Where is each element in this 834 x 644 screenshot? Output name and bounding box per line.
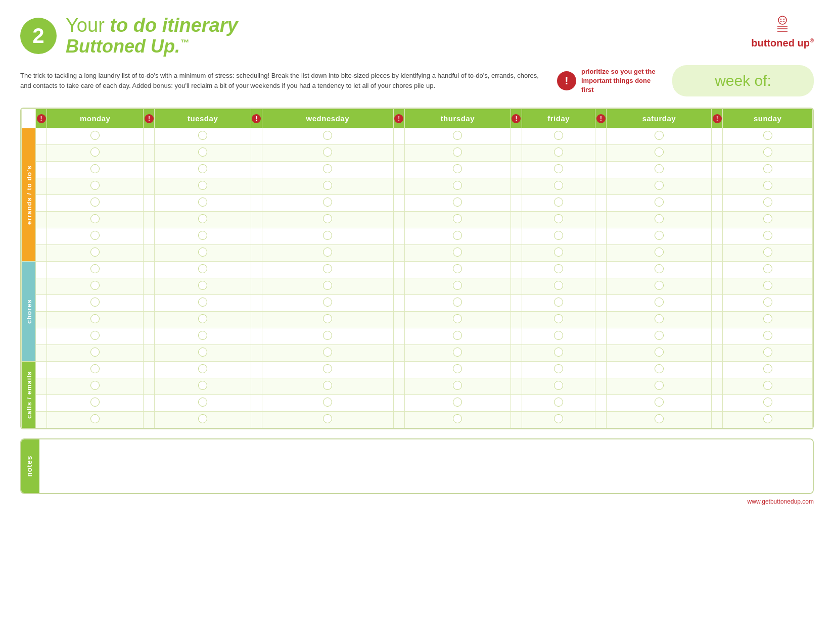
excl-cell-errands-r7-d6[interactable] (712, 245, 723, 262)
checkbox-circle[interactable] (198, 348, 207, 357)
checkbox-circle[interactable] (323, 147, 332, 157)
data-cell-chores-r2-d4[interactable] (522, 295, 595, 312)
data-cell-chores-r3-d3[interactable] (404, 312, 511, 328)
checkbox-circle[interactable] (763, 314, 772, 323)
checkbox-circle[interactable] (763, 414, 772, 423)
data-cell-calls-r0-d1[interactable] (155, 362, 251, 378)
checkbox-circle[interactable] (655, 164, 664, 173)
checkbox-circle[interactable] (198, 214, 207, 223)
data-cell-chores-r5-d5[interactable] (607, 345, 712, 362)
checkbox-circle[interactable] (323, 164, 332, 173)
excl-cell-chores-r5-d3[interactable] (393, 345, 404, 362)
excl-cell-calls-r0-d4[interactable] (511, 362, 522, 378)
excl-cell-calls-r1-d5[interactable] (595, 378, 607, 395)
checkbox-circle[interactable] (323, 181, 332, 190)
data-cell-calls-r0-d2[interactable] (262, 362, 393, 378)
excl-cell-chores-r5-d4[interactable] (511, 345, 522, 362)
checkbox-circle[interactable] (453, 381, 462, 390)
checkbox-circle[interactable] (554, 197, 563, 207)
excl-cell-calls-r2-d0[interactable] (36, 395, 47, 412)
checkbox-circle[interactable] (90, 247, 100, 257)
data-cell-errands-r3-d3[interactable] (404, 178, 511, 195)
data-cell-errands-r0-d6[interactable] (723, 128, 813, 145)
checkbox-circle[interactable] (90, 231, 100, 240)
excl-cell-calls-r2-d6[interactable] (712, 395, 723, 412)
excl-cell-calls-r1-d4[interactable] (511, 378, 522, 395)
data-cell-calls-r2-d6[interactable] (723, 395, 813, 412)
data-cell-errands-r0-d5[interactable] (607, 128, 712, 145)
data-cell-calls-r1-d6[interactable] (723, 378, 813, 395)
excl-cell-errands-r1-d0[interactable] (36, 145, 47, 162)
data-cell-chores-r5-d6[interactable] (723, 345, 813, 362)
data-cell-errands-r5-d4[interactable] (522, 212, 595, 228)
data-cell-calls-r3-d0[interactable] (47, 412, 144, 428)
checkbox-circle[interactable] (763, 281, 772, 290)
excl-cell-errands-r2-d4[interactable] (511, 162, 522, 178)
excl-cell-errands-r3-d1[interactable] (144, 178, 155, 195)
checkbox-circle[interactable] (453, 197, 462, 207)
excl-cell-errands-r3-d2[interactable] (251, 178, 262, 195)
checkbox-circle[interactable] (655, 364, 664, 373)
checkbox-circle[interactable] (323, 398, 332, 407)
excl-cell-chores-r0-d3[interactable] (393, 262, 404, 278)
checkbox-circle[interactable] (90, 181, 100, 190)
checkbox-circle[interactable] (453, 298, 462, 307)
excl-cell-errands-r5-d3[interactable] (393, 212, 404, 228)
notes-content[interactable] (39, 439, 813, 493)
excl-cell-errands-r6-d6[interactable] (712, 228, 723, 245)
excl-cell-errands-r2-d2[interactable] (251, 162, 262, 178)
data-cell-chores-r0-d2[interactable] (262, 262, 393, 278)
data-cell-chores-r1-d3[interactable] (404, 278, 511, 295)
data-cell-errands-r4-d0[interactable] (47, 195, 144, 212)
data-cell-chores-r3-d0[interactable] (47, 312, 144, 328)
data-cell-errands-r6-d0[interactable] (47, 228, 144, 245)
excl-cell-calls-r1-d2[interactable] (251, 378, 262, 395)
checkbox-circle[interactable] (453, 247, 462, 257)
checkbox-circle[interactable] (90, 364, 100, 373)
checkbox-circle[interactable] (655, 214, 664, 223)
checkbox-circle[interactable] (198, 314, 207, 323)
checkbox-circle[interactable] (655, 281, 664, 290)
data-cell-errands-r7-d5[interactable] (607, 245, 712, 262)
data-cell-chores-r1-d1[interactable] (155, 278, 251, 295)
data-cell-calls-r0-d4[interactable] (522, 362, 595, 378)
excl-cell-chores-r2-d2[interactable] (251, 295, 262, 312)
checkbox-circle[interactable] (655, 147, 664, 157)
data-cell-errands-r1-d6[interactable] (723, 145, 813, 162)
excl-cell-errands-r0-d2[interactable] (251, 128, 262, 145)
checkbox-circle[interactable] (323, 348, 332, 357)
excl-cell-chores-r3-d1[interactable] (144, 312, 155, 328)
data-cell-errands-r0-d2[interactable] (262, 128, 393, 145)
data-cell-errands-r1-d2[interactable] (262, 145, 393, 162)
checkbox-circle[interactable] (763, 381, 772, 390)
data-cell-calls-r2-d1[interactable] (155, 395, 251, 412)
data-cell-errands-r3-d2[interactable] (262, 178, 393, 195)
excl-cell-calls-r0-d0[interactable] (36, 362, 47, 378)
checkbox-circle[interactable] (655, 298, 664, 307)
data-cell-errands-r1-d1[interactable] (155, 145, 251, 162)
data-cell-calls-r3-d1[interactable] (155, 412, 251, 428)
excl-cell-calls-r2-d1[interactable] (144, 395, 155, 412)
data-cell-errands-r6-d1[interactable] (155, 228, 251, 245)
checkbox-circle[interactable] (453, 331, 462, 340)
checkbox-circle[interactable] (453, 414, 462, 423)
data-cell-chores-r4-d4[interactable] (522, 328, 595, 345)
excl-cell-errands-r4-d3[interactable] (393, 195, 404, 212)
checkbox-circle[interactable] (323, 298, 332, 307)
checkbox-circle[interactable] (453, 264, 462, 273)
data-cell-errands-r5-d1[interactable] (155, 212, 251, 228)
excl-cell-errands-r7-d1[interactable] (144, 245, 155, 262)
excl-cell-errands-r6-d5[interactable] (595, 228, 607, 245)
data-cell-calls-r2-d5[interactable] (607, 395, 712, 412)
excl-cell-errands-r0-d1[interactable] (144, 128, 155, 145)
checkbox-circle[interactable] (90, 131, 100, 140)
data-cell-chores-r3-d6[interactable] (723, 312, 813, 328)
excl-cell-calls-r3-d2[interactable] (251, 412, 262, 428)
excl-cell-chores-r3-d0[interactable] (36, 312, 47, 328)
checkbox-circle[interactable] (453, 348, 462, 357)
checkbox-circle[interactable] (554, 147, 563, 157)
checkbox-circle[interactable] (90, 381, 100, 390)
data-cell-errands-r3-d4[interactable] (522, 178, 595, 195)
checkbox-circle[interactable] (90, 164, 100, 173)
checkbox-circle[interactable] (554, 348, 563, 357)
